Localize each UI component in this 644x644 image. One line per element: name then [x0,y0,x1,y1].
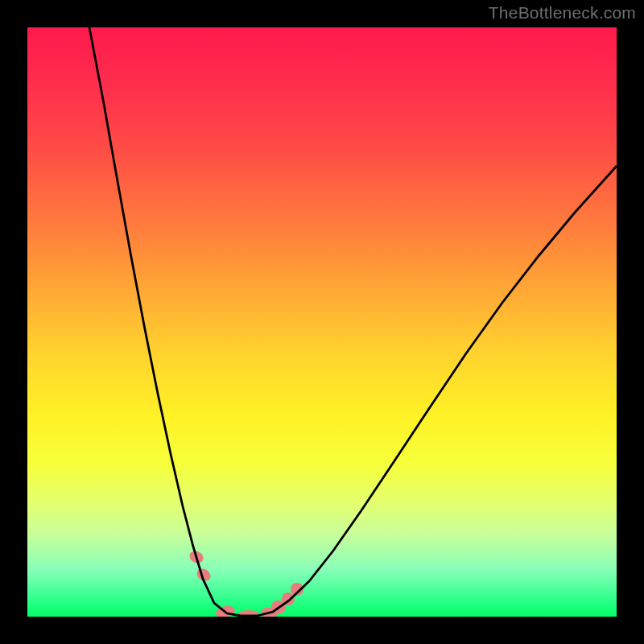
plot-area [27,27,617,617]
chart-frame: TheBottleneck.com [0,0,644,644]
watermark-text: TheBottleneck.com [489,3,636,23]
curve-layer [27,27,617,617]
bottleneck-curve [89,27,617,616]
